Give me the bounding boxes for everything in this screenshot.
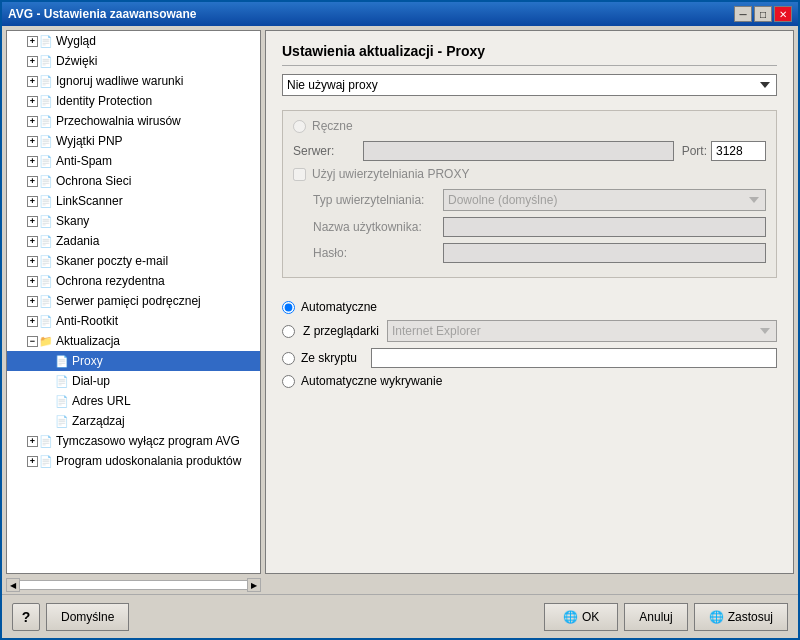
folder-icon: 📄 (38, 253, 54, 269)
tree-label-ignoruj: Ignoruj wadliwe warunki (56, 74, 183, 88)
autodetect-radio-label: Automatyczne wykrywanie (301, 374, 442, 388)
tree-item-wyjatki[interactable]: + 📄 Wyjątki PNP (7, 131, 260, 151)
username-label: Nazwa użytkownika: (313, 220, 443, 234)
tree-item-ochrona-rez[interactable]: + 📄 Ochrona rezydentna (7, 271, 260, 291)
tree-label-tymczasowo: Tymczasowo wyłącz program AVG (56, 434, 240, 448)
folder-icon: 📄 (38, 233, 54, 249)
tree-item-przechowalnia[interactable]: + 📄 Przechowalnia wirusów (7, 111, 260, 131)
tree-label-serwer: Serwer pamięci podręcznej (56, 294, 201, 308)
cancel-label: Anuluj (639, 610, 672, 624)
maximize-button[interactable]: □ (754, 6, 772, 22)
hscroll-track (20, 580, 247, 590)
server-input[interactable] (363, 141, 674, 161)
tree-item-dialup[interactable]: 📄 Dial-up (7, 371, 260, 391)
tree-item-serwer[interactable]: + 📄 Serwer pamięci podręcznej (7, 291, 260, 311)
browser-select[interactable]: Internet Explorer Firefox (387, 320, 777, 342)
apply-icon: 🌐 (709, 610, 724, 624)
tree-label-antispam: Anti-Spam (56, 154, 112, 168)
tree-label-proxy: Proxy (72, 354, 103, 368)
browser-radio[interactable] (282, 325, 295, 338)
adres-icon: 📄 (54, 393, 70, 409)
auth-group: Typ uwierzytelniania: Dowolne (domyślne)… (293, 189, 766, 263)
tree-label-zarzadzaj: Zarządzaj (72, 414, 125, 428)
autodetect-radio[interactable] (282, 375, 295, 388)
folder-icon: 📄 (38, 273, 54, 289)
expand-przechowalnia[interactable]: + (27, 116, 38, 127)
tree-item-tymczasowo[interactable]: + 📄 Tymczasowo wyłącz program AVG (7, 431, 260, 451)
auto-radio[interactable] (282, 301, 295, 314)
folder-icon: 📁 (38, 333, 54, 349)
tree-item-zarzadzaj[interactable]: 📄 Zarządzaj (7, 411, 260, 431)
tree-label-linkscanner: LinkScanner (56, 194, 123, 208)
script-input[interactable] (371, 348, 777, 368)
expand-ochrona[interactable]: + (27, 176, 38, 187)
hscroll-area: ◀ ▶ (2, 578, 798, 594)
auto-section: Automatyczne Z przeglądarki Internet Exp… (282, 300, 777, 388)
browser-radio-row: Z przeglądarki Internet Explorer Firefox (282, 320, 777, 342)
tree-label-identity: Identity Protection (56, 94, 152, 108)
hscroll-left[interactable]: ◀ (6, 578, 20, 592)
auth-checkbox[interactable] (293, 168, 306, 181)
tree-item-zadania[interactable]: + 📄 Zadania (7, 231, 260, 251)
ok-button[interactable]: 🌐 OK (544, 603, 618, 631)
default-button[interactable]: Domyślne (46, 603, 129, 631)
expand-anti-rootkit[interactable]: + (27, 316, 38, 327)
port-input[interactable] (711, 141, 766, 161)
expand-wyjatki[interactable]: + (27, 136, 38, 147)
tree-item-aktualizacja[interactable]: − 📁 Aktualizacja (7, 331, 260, 351)
script-radio-row: Ze skryptu (282, 348, 777, 368)
manual-radio[interactable] (293, 120, 306, 133)
folder-icon: 📄 (38, 53, 54, 69)
folder-icon: 📄 (38, 93, 54, 109)
minimize-button[interactable]: ─ (734, 6, 752, 22)
expand-skany[interactable]: + (27, 216, 38, 227)
expand-wyglad[interactable]: + (27, 36, 38, 47)
apply-button[interactable]: 🌐 Zastosuj (694, 603, 788, 631)
expand-linkscanner[interactable]: + (27, 196, 38, 207)
tree-item-dzwieki[interactable]: + 📄 Dźwięki (7, 51, 260, 71)
password-row: Hasło: (313, 243, 766, 263)
script-radio-label: Ze skryptu (301, 351, 357, 365)
auth-checkbox-label: Użyj uwierzytelniania PROXY (312, 167, 469, 181)
password-input[interactable] (443, 243, 766, 263)
expand-identity[interactable]: + (27, 96, 38, 107)
tree-label-dzwieki: Dźwięki (56, 54, 97, 68)
tree-item-identity[interactable]: + 📄 Identity Protection (7, 91, 260, 111)
tree-item-antispam[interactable]: + 📄 Anti-Spam (7, 151, 260, 171)
cancel-button[interactable]: Anuluj (624, 603, 687, 631)
tree-label-anti-rootkit: Anti-Rootkit (56, 314, 118, 328)
tree-label-ochrona-rez: Ochrona rezydentna (56, 274, 165, 288)
tree-item-wyglad[interactable]: + 📄 Wygląd (7, 31, 260, 51)
tree-item-adres-url[interactable]: 📄 Adres URL (7, 391, 260, 411)
tree-item-linkscanner[interactable]: + 📄 LinkScanner (7, 191, 260, 211)
expand-ignoruj[interactable]: + (27, 76, 38, 87)
expand-aktualizacja[interactable]: − (27, 336, 38, 347)
expand-zadania[interactable]: + (27, 236, 38, 247)
hscroll-right[interactable]: ▶ (247, 578, 261, 592)
folder-icon: 📄 (38, 433, 54, 449)
expand-antispam[interactable]: + (27, 156, 38, 167)
expand-program[interactable]: + (27, 456, 38, 467)
expand-dzwieki[interactable]: + (27, 56, 38, 67)
username-input[interactable] (443, 217, 766, 237)
tree-item-ignoruj[interactable]: + 📄 Ignoruj wadliwe warunki (7, 71, 260, 91)
expand-ochrona-rez[interactable]: + (27, 276, 38, 287)
auth-type-select[interactable]: Dowolne (domyślne) Basic NTLM (443, 189, 766, 211)
tree-item-anti-rootkit[interactable]: + 📄 Anti-Rootkit (7, 311, 260, 331)
tree-item-skaner-poczty[interactable]: + 📄 Skaner poczty e-mail (7, 251, 260, 271)
tree-item-skany[interactable]: + 📄 Skany (7, 211, 260, 231)
window-title: AVG - Ustawienia zaawansowane (8, 7, 197, 21)
tree-item-proxy[interactable]: 📄 Proxy (7, 351, 260, 371)
proxy-select[interactable]: Nie używaj proxy Ręczne Automatyczne Ze … (282, 74, 777, 96)
tree-item-program[interactable]: + 📄 Program udoskonalania produktów (7, 451, 260, 471)
expand-serwer[interactable]: + (27, 296, 38, 307)
expand-skaner-poczty[interactable]: + (27, 256, 38, 267)
tree-item-ochrona[interactable]: + 📄 Ochrona Sieci (7, 171, 260, 191)
auth-type-label: Typ uwierzytelniania: (313, 193, 443, 207)
help-button[interactable]: ? (12, 603, 40, 631)
expand-tymczasowo[interactable]: + (27, 436, 38, 447)
auth-type-row: Typ uwierzytelniania: Dowolne (domyślne)… (313, 189, 766, 211)
folder-icon: 📄 (38, 153, 54, 169)
close-button[interactable]: ✕ (774, 6, 792, 22)
script-radio[interactable] (282, 352, 295, 365)
